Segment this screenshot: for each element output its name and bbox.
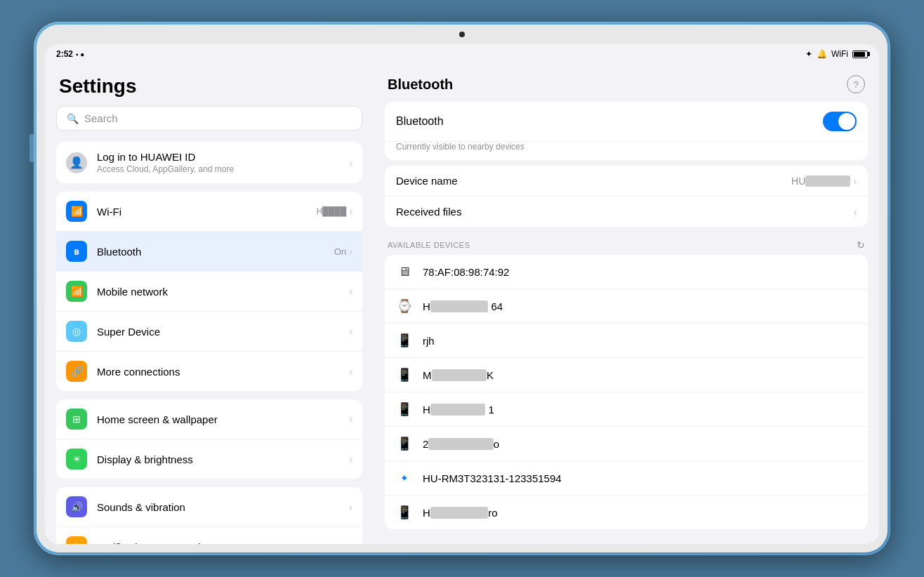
- bluetooth-status-text: On: [334, 246, 346, 257]
- home-screen-text: Home screen & wallpaper: [97, 413, 349, 425]
- bluetooth-content: Bluetooth Currently visible to nearby de…: [374, 102, 879, 544]
- settings-group-account: 👤 Log in to HUAWEI ID Access Cloud, AppG…: [56, 142, 362, 183]
- mobile-network-chevron: ›: [349, 286, 352, 297]
- phone-icon-8: 📱: [396, 504, 413, 521]
- device-name-7: HU-RM3T323131-123351594: [423, 472, 857, 484]
- sidebar-item-mobile-network[interactable]: 📶 Mobile network ›: [56, 272, 362, 312]
- search-placeholder: Search: [84, 112, 118, 124]
- search-bar[interactable]: 🔍 Search: [56, 106, 362, 131]
- settings-group-display: ⊞ Home screen & wallpaper › ☀ Display & …: [56, 399, 362, 479]
- bluetooth-label: Bluetooth: [97, 246, 334, 258]
- notifications-text: Notifications & status bar: [97, 541, 349, 545]
- received-files-chevron: ›: [853, 206, 857, 218]
- device-name-1: 78:AF:08:98:74:92: [423, 266, 857, 278]
- sidebar-item-more-connections[interactable]: 🔗 More connections ›: [56, 352, 362, 391]
- device-item-7[interactable]: ✦ HU-RM3T323131-123351594: [385, 461, 868, 496]
- bluetooth-status-icon: ✦: [805, 49, 812, 59]
- device-item-1[interactable]: 🖥 78:AF:08:98:74:92: [385, 255, 868, 289]
- bluetooth-device-icon: ✦: [396, 470, 413, 486]
- bluetooth-detail-panel: Bluetooth ? Bluetooth: [374, 64, 879, 544]
- phone-icon-4: 📱: [396, 366, 413, 383]
- battery-fill: [854, 52, 865, 57]
- side-button[interactable]: [29, 134, 34, 162]
- main-content: Settings 🔍 Search 👤 Log in to HUAWEI ID …: [45, 64, 879, 544]
- received-files-row[interactable]: Received files ›: [385, 197, 868, 227]
- status-right: ✦ 🔔 WiFi: [805, 49, 868, 59]
- settings-panel: Settings 🔍 Search 👤 Log in to HUAWEI ID …: [45, 64, 374, 544]
- refresh-icon[interactable]: ↻: [857, 239, 866, 251]
- huawei-id-label: Log in to HUAWEI ID: [97, 151, 349, 163]
- home-screen-label: Home screen & wallpaper: [97, 413, 349, 425]
- sounds-vibration-icon: 🔊: [66, 496, 87, 517]
- phone-icon-3: 📱: [396, 332, 413, 349]
- tablet-frame: 2:52 ▪ ● ✦ 🔔 WiFi Settings: [34, 22, 890, 555]
- sidebar-item-sounds-vibration[interactable]: 🔊 Sounds & vibration ›: [56, 487, 362, 527]
- bluetooth-text: Bluetooth: [97, 246, 334, 258]
- mobile-network-label: Mobile network: [97, 286, 349, 298]
- bluetooth-toggle-row: Bluetooth: [385, 102, 868, 141]
- notifications-label: Notifications & status bar: [97, 541, 349, 545]
- search-icon: 🔍: [67, 113, 79, 124]
- bluetooth-help-button[interactable]: ?: [847, 75, 865, 93]
- sidebar-item-huawei-id[interactable]: 👤 Log in to HUAWEI ID Access Cloud, AppG…: [56, 142, 362, 183]
- settings-group-audio: 🔊 Sounds & vibration › 🔔 Notifications &…: [56, 487, 362, 544]
- device-item-2[interactable]: ⌚ Hxxx 64: [385, 289, 868, 324]
- sidebar-item-bluetooth[interactable]: ʙ Bluetooth On ›: [56, 232, 362, 272]
- device-item-4[interactable]: 📱 MxxxK: [385, 358, 868, 392]
- device-item-5[interactable]: 📱 Hxxx 1: [385, 392, 868, 427]
- sounds-vibration-label: Sounds & vibration: [97, 501, 349, 513]
- sidebar-item-notifications[interactable]: 🔔 Notifications & status bar ›: [56, 527, 362, 544]
- device-name-value: HUxxxx ›: [791, 175, 857, 187]
- device-name-row[interactable]: Device name HUxxxx ›: [385, 166, 868, 197]
- mobile-network-icon: 📶: [66, 281, 87, 302]
- device-5-blurred: xxx: [430, 404, 486, 416]
- notifications-icon: 🔔: [66, 536, 87, 544]
- super-device-icon: ◎: [66, 321, 87, 342]
- device-4-blurred: xxx: [432, 369, 487, 381]
- status-left: 2:52 ▪ ●: [56, 49, 84, 59]
- display-brightness-icon: ☀: [66, 449, 87, 470]
- wifi-value: H████ ›: [317, 206, 352, 217]
- sidebar-item-display-brightness[interactable]: ☀ Display & brightness ›: [56, 439, 362, 479]
- tablet-screen: 2:52 ▪ ● ✦ 🔔 WiFi Settings: [37, 25, 887, 552]
- device-item-3[interactable]: 📱 rjh: [385, 324, 868, 358]
- avatar-icon: 👤: [66, 152, 87, 173]
- sidebar-item-wifi[interactable]: 📶 Wi-Fi H████ ›: [56, 192, 362, 232]
- device-name-label: Device name: [396, 175, 458, 187]
- available-devices-list: 🖥 78:AF:08:98:74:92 ⌚ Hxxx 64 📱: [385, 255, 868, 529]
- sidebar-item-home-screen[interactable]: ⊞ Home screen & wallpaper ›: [56, 399, 362, 439]
- sidebar-item-super-device[interactable]: ◎ Super Device ›: [56, 312, 362, 352]
- display-brightness-text: Display & brightness: [97, 453, 349, 465]
- notifications-chevron: ›: [349, 541, 352, 544]
- device-name-3: rjh: [423, 335, 857, 347]
- device-item-6[interactable]: 📱 2xxxo: [385, 427, 868, 461]
- device-name-8: Hxxxro: [423, 507, 857, 519]
- home-screen-chevron: ›: [349, 413, 352, 425]
- bluetooth-device-info-card: Device name HUxxxx › Received files ›: [385, 166, 868, 227]
- bluetooth-toggle-card: Bluetooth Currently visible to nearby de…: [385, 102, 868, 160]
- bluetooth-chevron: ›: [349, 246, 352, 257]
- status-bar: 2:52 ▪ ● ✦ 🔔 WiFi: [45, 44, 879, 64]
- device-name-2: Hxxx 64: [423, 300, 857, 312]
- huawei-id-sublabel: Access Cloud, AppGallery, and more: [97, 164, 349, 174]
- super-device-text: Super Device: [97, 326, 349, 338]
- bell-status-icon: 🔔: [817, 49, 827, 59]
- available-devices-header: AVAILABLE DEVICES ↻: [385, 232, 868, 255]
- settings-title: Settings: [56, 64, 362, 106]
- bluetooth-toggle[interactable]: [823, 112, 857, 131]
- device-2-blurred: xxx: [430, 300, 489, 312]
- device-item-8[interactable]: 📱 Hxxxro: [385, 496, 868, 529]
- sounds-vibration-text: Sounds & vibration: [97, 501, 349, 513]
- bluetooth-toggle-label: Bluetooth: [396, 115, 444, 128]
- more-connections-icon: 🔗: [66, 361, 87, 382]
- device-name-blurred: xxxx: [805, 175, 850, 187]
- monitor-icon: 🖥: [396, 263, 413, 280]
- device-name-4: MxxxK: [423, 369, 857, 381]
- device-name-5: Hxxx 1: [423, 404, 857, 416]
- camera: [459, 32, 465, 37]
- super-device-label: Super Device: [97, 326, 349, 338]
- device-name-6: 2xxxo: [423, 438, 857, 450]
- sounds-vibration-chevron: ›: [349, 501, 352, 512]
- mobile-network-text: Mobile network: [97, 286, 349, 298]
- huawei-id-text: Log in to HUAWEI ID Access Cloud, AppGal…: [97, 151, 349, 174]
